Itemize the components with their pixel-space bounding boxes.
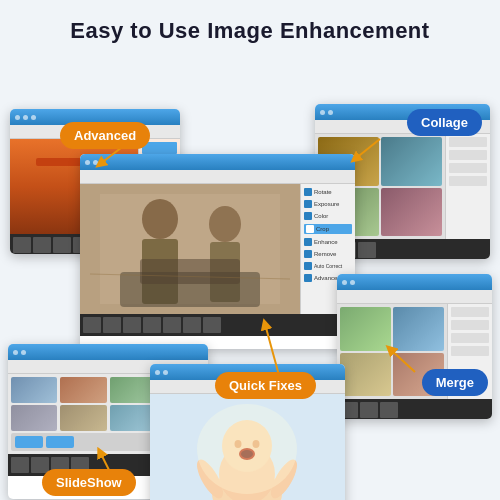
ss-stop-btn[interactable] bbox=[46, 436, 74, 448]
ss-thumb-3 bbox=[110, 377, 156, 403]
cs-item-enhance: Enhance bbox=[304, 238, 352, 246]
cpanel-item-1 bbox=[449, 137, 487, 147]
col-win-dot-2 bbox=[328, 110, 333, 115]
cs-label-rotate: Rotate bbox=[314, 189, 332, 195]
center-photo bbox=[80, 184, 300, 314]
win-dot-1 bbox=[15, 115, 20, 120]
cs-label-enhance: Enhance bbox=[314, 239, 338, 245]
mer-win-dot-2 bbox=[350, 280, 355, 285]
quick-fixes-badge: Quick Fixes bbox=[215, 372, 316, 399]
merge-toolbar bbox=[337, 290, 492, 304]
main-title: Easy to Use Image Enhancement bbox=[0, 0, 500, 54]
mpanel-item-3 bbox=[451, 333, 489, 343]
slideshow-badge: SlideShow bbox=[42, 469, 136, 496]
cs-item-autocorrect: Auto Correct bbox=[304, 262, 352, 270]
remove-icon bbox=[304, 250, 312, 258]
cpanel-item-2 bbox=[449, 150, 487, 160]
ss-film-1 bbox=[11, 457, 29, 473]
merge-window[interactable] bbox=[337, 274, 492, 419]
mpanel-item-2 bbox=[451, 320, 489, 330]
svg-point-9 bbox=[209, 206, 241, 242]
collage-panel bbox=[445, 134, 490, 239]
bot-win-dot-2 bbox=[163, 370, 168, 375]
center-body: Rotate Exposure Color Crop Enhance bbox=[80, 184, 355, 314]
cs-label-crop: Crop bbox=[316, 226, 329, 232]
mer-win-dot-1 bbox=[342, 280, 347, 285]
cs-item-remove: Remove bbox=[304, 250, 352, 258]
ss-play-btn[interactable] bbox=[15, 436, 43, 448]
film-thumb-1 bbox=[13, 237, 31, 253]
enhance-icon bbox=[304, 238, 312, 246]
crop-icon bbox=[306, 225, 314, 233]
ss-win-dot-2 bbox=[21, 350, 26, 355]
ss-thumb-7 bbox=[110, 405, 156, 431]
center-titlebar bbox=[80, 154, 355, 170]
sidebar-item-1 bbox=[142, 142, 177, 154]
exposure-icon bbox=[304, 200, 312, 208]
win-dot-2 bbox=[23, 115, 28, 120]
col-win-dot-1 bbox=[320, 110, 325, 115]
cen-film-2 bbox=[103, 317, 121, 333]
svg-rect-12 bbox=[140, 259, 240, 284]
cpanel-item-4 bbox=[449, 176, 487, 186]
vintage-photo-svg bbox=[80, 184, 300, 314]
merge-photo-2 bbox=[393, 307, 444, 351]
cs-item-crop: Crop bbox=[304, 224, 352, 234]
cs-label-color: Color bbox=[314, 213, 328, 219]
cs-item-exposure: Exposure bbox=[304, 200, 352, 208]
mer-film-3 bbox=[380, 402, 398, 418]
slideshow-titlebar bbox=[8, 344, 208, 360]
col-film-3 bbox=[358, 242, 376, 258]
advanced-icon bbox=[304, 274, 312, 282]
win-dot-3 bbox=[31, 115, 36, 120]
cen-film-5 bbox=[163, 317, 181, 333]
advanced-badge: Advanced bbox=[60, 122, 150, 149]
cen-film-4 bbox=[143, 317, 161, 333]
cen-film-7 bbox=[203, 317, 221, 333]
cs-item-color: Color bbox=[304, 212, 352, 220]
ss-win-dot-1 bbox=[13, 350, 18, 355]
baby-photo-svg bbox=[150, 394, 345, 500]
mer-film-2 bbox=[360, 402, 378, 418]
mpanel-item-1 bbox=[451, 307, 489, 317]
screenshots-container: Advanced bbox=[0, 54, 500, 494]
mpanel-item-4 bbox=[451, 346, 489, 356]
svg-point-26 bbox=[197, 404, 297, 494]
cs-label-autocorrect: Auto Correct bbox=[314, 263, 342, 269]
merge-photo-1 bbox=[340, 307, 391, 351]
ss-thumb-2 bbox=[60, 377, 106, 403]
cen-film-3 bbox=[123, 317, 141, 333]
rotate-icon bbox=[304, 188, 312, 196]
ss-thumb-5 bbox=[11, 405, 57, 431]
color-icon bbox=[304, 212, 312, 220]
ss-thumb-6 bbox=[60, 405, 106, 431]
cpanel-item-3 bbox=[449, 163, 487, 173]
merge-photo-3 bbox=[340, 353, 391, 397]
bottom-body bbox=[150, 394, 345, 500]
cs-label-remove: Remove bbox=[314, 251, 336, 257]
center-filmstrip bbox=[80, 314, 355, 336]
svg-point-7 bbox=[142, 199, 178, 239]
cen-win-dot-1 bbox=[85, 160, 90, 165]
film-thumb-3 bbox=[53, 237, 71, 253]
cen-film-1 bbox=[83, 317, 101, 333]
bot-win-dot-1 bbox=[155, 370, 160, 375]
cs-item-rotate: Rotate bbox=[304, 188, 352, 196]
collage-photo-4 bbox=[381, 188, 442, 237]
ss-film-2 bbox=[31, 457, 49, 473]
autocorrect-icon bbox=[304, 262, 312, 270]
collage-photo-2 bbox=[381, 137, 442, 186]
film-thumb-2 bbox=[33, 237, 51, 253]
center-toolbar bbox=[80, 170, 355, 184]
cen-film-6 bbox=[183, 317, 201, 333]
center-window[interactable]: Rotate Exposure Color Crop Enhance bbox=[80, 154, 355, 349]
cs-label-exposure: Exposure bbox=[314, 201, 339, 207]
merge-badge: Merge bbox=[422, 369, 488, 396]
ss-thumb-1 bbox=[11, 377, 57, 403]
merge-titlebar bbox=[337, 274, 492, 290]
merge-filmstrip bbox=[337, 399, 492, 419]
collage-badge: Collage bbox=[407, 109, 482, 136]
cen-win-dot-2 bbox=[93, 160, 98, 165]
